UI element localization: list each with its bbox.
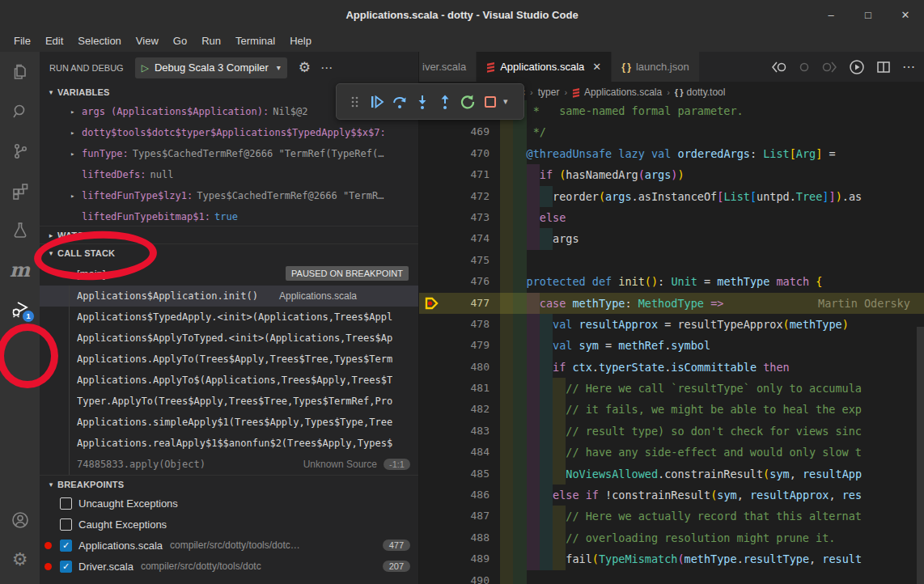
breakpoint-row[interactable]: ✓Driver.scalacompiler/src/dotty/tools/do… <box>40 556 418 577</box>
split-editor-icon[interactable] <box>876 61 891 74</box>
code-line[interactable]: 469 */ <box>419 121 924 142</box>
sidebar-item-account[interactable] <box>0 500 40 540</box>
code-line[interactable]: 474args <box>419 228 924 249</box>
watch-section-header[interactable]: ▸ WATCH <box>40 226 418 243</box>
tab-launch-json[interactable]: { } launch.json <box>612 52 700 82</box>
variable-row[interactable]: ▸liftedFunType$lzy1: Types$CachedTermRef… <box>40 185 418 206</box>
step-over-button[interactable] <box>389 90 410 114</box>
code-line[interactable]: 481// Here we call `resultType` only to … <box>419 378 924 399</box>
restart-button[interactable] <box>457 90 478 114</box>
sidebar-item-settings[interactable]: ⚙ <box>0 540 40 579</box>
sidebar-item-search[interactable] <box>0 91 40 131</box>
sidebar-item-extensions[interactable] <box>0 171 40 210</box>
menu-item-help[interactable]: Help <box>282 32 319 49</box>
sidebar-item-explorer[interactable] <box>0 52 40 91</box>
code-token: @threadUnsafe <box>527 147 612 160</box>
thread-row[interactable]: [main] PAUSED ON BREAKPOINT <box>40 261 418 286</box>
step-into-button[interactable] <box>412 90 433 114</box>
sidebar-item-testing[interactable] <box>0 210 40 250</box>
run-or-debug-icon[interactable] <box>849 59 865 75</box>
code-line[interactable]: 477case methType: MethodType =>Martin Od… <box>419 293 924 314</box>
code-line[interactable]: 490 <box>419 570 924 584</box>
code-line[interactable]: 483// result type) so don't check for vi… <box>419 421 924 442</box>
indent-guide <box>513 293 526 314</box>
code-line[interactable]: 473else <box>419 207 924 228</box>
code-line[interactable]: 475 <box>419 250 924 271</box>
breadcrumb-item[interactable]: Applications.scala <box>584 87 662 98</box>
navigate-forward-icon[interactable] <box>821 61 837 74</box>
breakpoint-row[interactable]: ✓Applications.scalacompiler/src/dotty/to… <box>40 535 418 556</box>
start-debug-icon[interactable]: ▷ <box>142 62 149 74</box>
stack-frame-row[interactable]: Applications$ApplyToTyped.<init>(Applica… <box>40 328 418 349</box>
menu-item-terminal[interactable]: Terminal <box>228 32 282 49</box>
variable-row[interactable]: ▸dotty$tools$dotc$typer$Applications$Typ… <box>40 122 418 143</box>
breakpoint-checkbox[interactable]: ✓ <box>60 540 72 552</box>
code-line[interactable]: 485NoViewsAllowed.constrainResult(sym, r… <box>419 463 924 485</box>
close-tab-icon[interactable]: ✕ <box>592 61 601 73</box>
code-line[interactable]: 470@threadUnsafe lazy val orderedArgs: L… <box>419 143 924 164</box>
panel-more-actions-icon[interactable]: ⋯ <box>320 61 333 75</box>
drag-handle-icon[interactable] <box>344 90 365 114</box>
code-token: . <box>632 190 638 203</box>
code-line[interactable]: 487// Here we actually record that this … <box>419 506 924 527</box>
menu-item-selection[interactable]: Selection <box>70 32 128 49</box>
code-line[interactable]: 484// have any side-effect and would onl… <box>419 442 924 463</box>
stack-frame-row[interactable]: Applications.ApplyTo(Trees$Apply,Trees$T… <box>40 349 418 370</box>
breakpoint-row[interactable]: Caught Exceptions <box>40 514 418 535</box>
sidebar-item-source-control[interactable] <box>0 131 40 171</box>
navigate-back-icon[interactable] <box>771 61 787 74</box>
code-line[interactable]: 482// it fails, we might be able to heal… <box>419 399 924 420</box>
code-line[interactable]: 488// overloading resolution might prune… <box>419 527 924 548</box>
continue-button[interactable] <box>367 90 388 114</box>
menu-item-edit[interactable]: Edit <box>38 32 70 49</box>
step-out-button[interactable] <box>434 90 456 114</box>
stop-button[interactable] <box>480 90 501 114</box>
sidebar-item-run-and-debug[interactable]: 1 <box>0 290 40 329</box>
breakpoint-checkbox[interactable]: ✓ <box>60 561 72 573</box>
configure-gear-icon[interactable]: ⚙ <box>299 59 311 76</box>
code-line[interactable]: 486else if !constrainResult(sym, resultA… <box>419 485 924 506</box>
code-line[interactable]: 480if ctx.typerState.isCommittable then <box>419 357 924 378</box>
minimize-button[interactable]: – <box>812 9 850 21</box>
close-button[interactable]: ✕ <box>887 9 924 21</box>
stack-frame-row[interactable]: Typer.ApplyTo(Trees$Apply,Trees$Tree,Typ… <box>40 391 418 412</box>
stack-frame-row[interactable]: Applications.ApplyTo$(Applications,Trees… <box>40 370 418 391</box>
stack-frame-row[interactable]: 74885833.apply(Object)Unknown Source-1:1 <box>40 454 418 475</box>
code-line[interactable]: 476protected def init(): Unit = methType… <box>419 271 924 292</box>
menu-item-go[interactable]: Go <box>166 32 194 49</box>
tab-applications-scala[interactable]: Applications.scala ✕ <box>477 52 612 82</box>
stack-frame-row[interactable]: Applications$Application.init()Applicati… <box>40 286 418 307</box>
sidebar-item-metals[interactable]: m <box>0 250 40 290</box>
stack-frame-row[interactable]: Applications$TypedApply.<init>(Applicati… <box>40 307 418 328</box>
current-location-icon[interactable] <box>799 61 810 74</box>
breadcrumb-item[interactable]: typer <box>538 87 560 98</box>
debug-config-dropdown[interactable]: ▷ Debug Scala 3 Compiler ▾ <box>135 57 287 78</box>
stack-frame-row[interactable]: Applications.realApply$1$$anonfun$2(Tree… <box>40 433 418 454</box>
code-token: args <box>553 232 579 245</box>
code-line[interactable]: 472reorder(args.asInstanceOf[List[untpd.… <box>419 186 924 207</box>
tab-driver-scala[interactable]: iver.scala <box>419 52 477 82</box>
maximize-button[interactable]: □ <box>850 9 887 21</box>
code-line[interactable]: 489fail(TypeMismatch(methType.resultType… <box>419 548 924 569</box>
breakpoint-checkbox[interactable] <box>60 518 72 531</box>
menu-item-view[interactable]: View <box>129 32 166 49</box>
code-line[interactable]: 479val sym = methRef.symbol <box>419 335 924 356</box>
call-stack-section-header[interactable]: ▾ CALL STACK <box>40 243 418 261</box>
editor-scrollbar[interactable] <box>917 327 924 584</box>
indent-guide <box>500 357 513 378</box>
breakpoint-checkbox[interactable] <box>60 497 72 510</box>
breadcrumb-item[interactable]: dotty.tool <box>687 87 726 98</box>
more-actions-icon[interactable]: ⋯ <box>902 59 916 74</box>
menu-item-run[interactable]: Run <box>194 32 228 49</box>
toolbar-chevron-down-icon[interactable]: ▾ <box>503 96 508 107</box>
variable-row[interactable]: liftedDefs: null <box>40 164 418 185</box>
code-line[interactable]: 478val resultApprox = resultTypeApprox(m… <box>419 314 924 335</box>
stack-frame-row[interactable]: Applications.simpleApply$1(Trees$Apply,T… <box>40 412 418 433</box>
variable-row[interactable]: liftedFunTypebitmap$1: true <box>40 206 418 226</box>
breakpoints-section-header[interactable]: ▾ BREAKPOINTS <box>40 475 418 493</box>
variable-row[interactable]: ▸funType: Types$CachedTermRef@2666 "Term… <box>40 143 418 164</box>
menu-item-file[interactable]: File <box>6 32 38 49</box>
breakpoint-row[interactable]: Uncaught Exceptions <box>40 493 418 514</box>
code-token: */ <box>527 125 546 138</box>
code-line[interactable]: 471if (hasNamedArg(args)) <box>419 164 924 185</box>
